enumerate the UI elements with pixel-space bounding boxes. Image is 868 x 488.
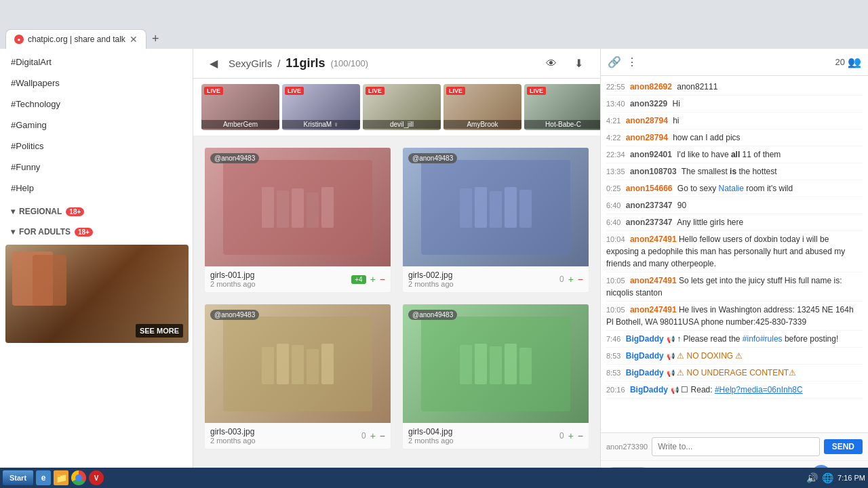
gallery-name: 11girls — [285, 56, 325, 70]
gallery-separator: / — [277, 58, 280, 69]
gallery-date-4: 2 months ago — [408, 436, 454, 445]
tab-close-btn[interactable]: ✕ — [130, 34, 138, 45]
live-badge: LIVE — [446, 87, 465, 95]
gallery-date-3: 2 months ago — [210, 436, 256, 445]
sidebar-adults-header[interactable]: ▾ FOR ADULTS 18+ — [0, 222, 193, 242]
msg-user[interactable]: anon108703 — [630, 167, 677, 176]
live-thumb-4[interactable]: LIVE AmyBrook — [443, 84, 521, 130]
chat-message-5: 22:34 anon92401 I'd like to have all 11 … — [606, 146, 863, 163]
downvote-btn-1[interactable]: − — [380, 274, 385, 285]
msg-time: 10:05 — [606, 306, 625, 314]
msg-text: ⚠ NO UNDERAGE CONTENT⚠ — [677, 368, 796, 378]
sidebar-item-gaming[interactable]: #Gaming — [0, 115, 193, 136]
gallery-actions-2: 0 + − — [559, 274, 583, 285]
gallery-thumb-4: @anon49483 — [403, 304, 589, 423]
gallery-item-4[interactable]: @anon49483 girls-004.jpg — [402, 304, 589, 449]
gallery-item-2[interactable]: @anon49483 girls-002.jpg — [402, 147, 589, 293]
msg-user[interactable]: BigDaddy — [626, 368, 664, 378]
chat-message-15: 8:53 BigDaddy📢 ⚠ NO UNDERAGE CONTENT⚠ — [606, 365, 863, 382]
download-icon-button[interactable]: ⬇ — [568, 53, 589, 75]
sidebar-item-digitalart[interactable]: #DigitalArt — [0, 52, 193, 73]
msg-text: ☐ Read: #Help?media=06nInh8C — [681, 385, 802, 394]
gallery-thumb-1: @anon49483 — [205, 148, 391, 266]
adults-badge: 18+ — [75, 228, 93, 237]
downvote-btn-2[interactable]: − — [578, 274, 583, 285]
live-thumb-5[interactable]: LIVE Hot-Babe-C — [524, 84, 600, 130]
upvote-btn-2[interactable]: + — [568, 274, 574, 285]
msg-time: 13:40 — [606, 100, 625, 108]
live-thumb-2[interactable]: LIVE KristinaM ♀ — [282, 84, 360, 130]
virus-scanner-icon[interactable]: V — [89, 470, 104, 485]
gallery-actions-4: 0 + − — [559, 430, 583, 441]
msg-time: 20:16 — [606, 386, 625, 394]
msg-user[interactable]: anon92401 — [630, 150, 672, 159]
upvote-btn-1[interactable]: + — [370, 274, 376, 285]
sidebar-item-label: #Technology — [11, 99, 60, 109]
vote-zero-2: 0 — [559, 274, 564, 284]
live-thumb-1[interactable]: LIVE AmberGem — [201, 84, 279, 130]
msg-user[interactable]: anon154666 — [626, 184, 673, 193]
gallery-item-1[interactable]: @anon49483 girls-001.jpg — [204, 147, 391, 293]
msg-user[interactable]: anon82692 — [630, 82, 672, 92]
msg-text: Go to sexy Natalie room it's wild — [677, 184, 793, 193]
sidebar-regional-header[interactable]: ▾ REGIONAL 18+ — [0, 201, 193, 222]
active-tab[interactable]: ● chatpic.org | share and talk ✕ — [5, 29, 146, 49]
msg-time: 7:46 — [606, 335, 620, 343]
gallery-main: ◀ SexyGirls / 11girls (100/100) 👁 ⬇ LIVE… — [193, 49, 600, 488]
sidebar-preview[interactable]: SEE MORE — [5, 245, 189, 343]
msg-time: 8:53 — [606, 352, 620, 360]
msg-user[interactable]: BigDaddy — [626, 351, 664, 361]
msg-text: anon82111 — [677, 82, 717, 92]
sidebar-item-help[interactable]: #Help — [0, 178, 193, 199]
live-name-1: AmberGem — [201, 120, 279, 129]
title-bar — [0, 0, 868, 22]
msg-text: 90 — [677, 201, 686, 210]
chat-link-icon[interactable]: 🔗 — [608, 56, 621, 68]
ie-icon[interactable]: e — [36, 470, 51, 485]
chat-menu-icon[interactable]: ⋮ — [627, 56, 637, 68]
app-layout: #DigitalArt #Wallpapers #Technology #Gam… — [0, 49, 868, 488]
gallery-breadcrumb: SexyGirls — [229, 58, 272, 69]
taskbar-clock: 7:16 PM — [837, 474, 865, 482]
msg-user[interactable]: BigDaddy — [626, 334, 664, 344]
msg-user[interactable]: anon28794 — [626, 133, 668, 142]
chrome-icon[interactable] — [71, 470, 86, 485]
start-button[interactable]: Start — [3, 470, 33, 485]
msg-user[interactable]: anon247491 — [630, 276, 677, 285]
msg-user[interactable]: anon3229 — [630, 99, 667, 108]
tab-favicon: ● — [14, 35, 24, 44]
chat-message-4: 4:22 anon28794 how can I add pics — [606, 129, 863, 146]
downvote-btn-3[interactable]: − — [380, 430, 385, 441]
msg-user[interactable]: anon237347 — [626, 201, 673, 210]
chat-send-button[interactable]: SEND — [824, 439, 863, 454]
gallery-back-button[interactable]: ◀ — [204, 54, 223, 73]
live-badge: LIVE — [285, 87, 304, 95]
sidebar-item-wallpapers[interactable]: #Wallpapers — [0, 73, 193, 94]
gallery-thumb-2: @anon49483 — [403, 148, 589, 266]
chat-message-8: 6:40 anon237347 90 — [606, 197, 863, 214]
gallery-item-3[interactable]: @anon49483 girls-003.jpg — [204, 304, 391, 449]
eye-icon-button[interactable]: 👁 — [540, 53, 562, 75]
upvote-btn-4[interactable]: + — [568, 430, 574, 441]
downvote-btn-4[interactable]: − — [578, 430, 583, 441]
network-tray-icon: 🔊 — [806, 472, 818, 483]
see-more-label: SEE MORE — [140, 327, 179, 335]
live-badge: LIVE — [204, 87, 223, 95]
msg-user[interactable]: anon237347 — [626, 218, 673, 227]
sidebar-item-technology[interactable]: #Technology — [0, 94, 193, 115]
sidebar-item-politics[interactable]: #Politics — [0, 136, 193, 157]
new-tab-button[interactable]: + — [146, 29, 165, 49]
msg-user[interactable]: BigDaddy — [630, 385, 668, 394]
msg-user[interactable]: anon247491 — [630, 235, 677, 244]
gallery-grid: @anon49483 girls-001.jpg — [193, 136, 600, 488]
upvote-btn-3[interactable]: + — [370, 430, 376, 441]
sidebar-item-label: #Politics — [11, 141, 43, 151]
sidebar-item-funny[interactable]: #Funny — [0, 157, 193, 178]
msg-user[interactable]: anon28794 — [626, 116, 668, 125]
chat-input[interactable] — [652, 437, 819, 456]
live-thumb-3[interactable]: LIVE devil_jill — [363, 84, 441, 130]
gallery-filename-1: girls-001.jpg — [210, 270, 256, 280]
msg-user[interactable]: anon247491 — [630, 305, 677, 314]
uploader-badge-4: @anon49483 — [408, 310, 457, 320]
folder-icon[interactable]: 📁 — [54, 470, 68, 485]
